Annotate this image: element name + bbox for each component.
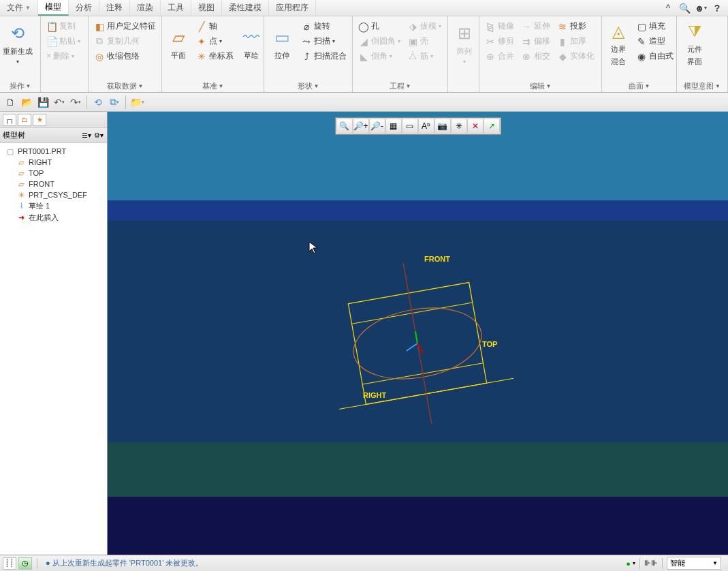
- menu-view[interactable]: 视图: [191, 0, 222, 16]
- project-button[interactable]: ≋投影: [554, 19, 597, 33]
- tree-item-insert-here[interactable]: ➜在此插入: [1, 212, 106, 223]
- revolve-button[interactable]: ⌀旋转: [298, 19, 349, 33]
- tree-settings-button[interactable]: ⚙▾: [93, 130, 104, 141]
- zoom-out-button[interactable]: 🔎-: [369, 119, 385, 134]
- graphics-viewport[interactable]: 🔍 🔎+ 🔎- ▦ ▭ Aᵇ 📷 ✳ ✕ ↗: [108, 112, 728, 555]
- windows-button[interactable]: ⧉▾: [107, 95, 122, 110]
- save-button[interactable]: 💾: [35, 95, 50, 110]
- status-btn-2[interactable]: ◷: [18, 557, 32, 570]
- swept-blend-button[interactable]: ⤴扫描混合: [298, 49, 349, 63]
- boundary-blend-button[interactable]: ◬边界混合: [605, 19, 632, 68]
- edgechamfer-icon: ◣: [358, 51, 369, 62]
- undo-button[interactable]: ↶▾: [52, 95, 67, 110]
- annotation-display-button[interactable]: Aᵇ: [418, 119, 434, 134]
- udf-button[interactable]: ◧用户定义特征: [91, 19, 159, 33]
- menu-tools[interactable]: 工具: [161, 0, 191, 16]
- offset-button[interactable]: ⇉偏移: [518, 34, 553, 48]
- saved-views-button[interactable]: 📷: [434, 119, 451, 134]
- trim-button[interactable]: ✂修剪: [482, 34, 517, 48]
- merge-button[interactable]: ⊕合并: [482, 49, 517, 63]
- tree-item-csys[interactable]: ✳PRT_CSYS_DEF: [1, 189, 106, 200]
- tree-filter-button[interactable]: ☰▾: [81, 130, 92, 141]
- menu-bar: 文件▼ 模型 分析 注释 渲染 工具 视图 柔性建模 应用程序 ^ 🔍 ☻▾ ?: [0, 0, 728, 16]
- sketch-button[interactable]: 〰草绘: [238, 19, 265, 68]
- datum-display-button[interactable]: ✳: [451, 119, 467, 134]
- menu-analysis[interactable]: 分析: [69, 0, 99, 16]
- edge-chamfer-button[interactable]: ◣倒角▾: [355, 49, 403, 63]
- copy-button[interactable]: 📋复制: [44, 19, 83, 33]
- new-file-button[interactable]: 🗋: [3, 95, 18, 110]
- tree-item-sketch1[interactable]: ⌇草绘 1: [1, 200, 106, 212]
- component-interface-button[interactable]: ⧩元件界面: [680, 19, 710, 68]
- extend-icon: →: [521, 21, 532, 32]
- hole-button[interactable]: ◯孔: [355, 19, 403, 33]
- datum-plane-icon: ▱: [16, 179, 26, 189]
- help-icon[interactable]: ?: [712, 3, 723, 14]
- search-icon[interactable]: 🔍: [679, 3, 690, 14]
- extrude-button[interactable]: ▭拉伸: [267, 19, 297, 68]
- shrinkwrap-icon: ◎: [94, 51, 105, 62]
- pattern-icon: ⊞: [454, 22, 475, 44]
- shrinkwrap-button[interactable]: ◎收缩包络: [91, 49, 159, 63]
- solidify-button[interactable]: ◆实体化: [554, 49, 597, 63]
- redo-button[interactable]: ↷▾: [68, 95, 83, 110]
- zoom-in-button[interactable]: 🔎+: [353, 119, 369, 134]
- main-area: ┌┐ 🗀 ★ 模型树 ☰▾ ⚙▾ ▢PRT0001.PRT ▱RIGHT ▱TO…: [0, 112, 728, 555]
- pattern-button[interactable]: ⊞阵列▾: [451, 19, 478, 68]
- delete-button[interactable]: × 删除▾: [44, 49, 83, 63]
- copy-geom-icon: ⧉: [94, 36, 105, 47]
- chamfer-button[interactable]: ◢倒圆角▾: [355, 34, 403, 48]
- status-traffic-light[interactable]: ●▾: [626, 559, 635, 568]
- point-button[interactable]: ✦点▾: [193, 34, 236, 48]
- menu-annotate[interactable]: 注释: [99, 0, 130, 16]
- tree-item-top[interactable]: ▱TOP: [1, 168, 106, 179]
- status-btn-1[interactable]: ┊┊: [3, 557, 16, 570]
- thicken-button[interactable]: ▮加厚: [554, 34, 597, 48]
- sidebar-tab-folder[interactable]: 🗀: [18, 114, 31, 126]
- sidebar-tab-tree[interactable]: ┌┐: [3, 114, 16, 126]
- regenerate-qat-button[interactable]: ⟲: [91, 95, 106, 110]
- tree-item-right[interactable]: ▱RIGHT: [1, 157, 106, 168]
- close-window-button[interactable]: 📁▾: [129, 95, 144, 110]
- display-style-button[interactable]: ▭: [402, 119, 418, 134]
- status-dimension-button[interactable]: ⊪⊪: [644, 559, 658, 568]
- copy-geom-button[interactable]: ⧉复制几何: [91, 34, 159, 48]
- collapse-ribbon-icon[interactable]: ^: [663, 3, 674, 14]
- style-button[interactable]: ✎造型: [633, 34, 676, 48]
- freestyle-button[interactable]: ◉自由式: [633, 49, 676, 63]
- tree-root-part[interactable]: ▢PRT0001.PRT: [1, 146, 106, 157]
- paste-button[interactable]: 📄粘贴▾: [44, 34, 83, 48]
- menu-file[interactable]: 文件▼: [0, 0, 38, 16]
- extend-button[interactable]: →延伸: [518, 19, 553, 33]
- user-icon[interactable]: ☻▾: [695, 3, 706, 14]
- open-file-button[interactable]: 📂: [19, 95, 34, 110]
- hole-icon: ◯: [358, 21, 369, 32]
- mirror-button[interactable]: ⧎镜像: [482, 19, 517, 33]
- axis-display-button[interactable]: ✕: [467, 119, 484, 134]
- rib-button[interactable]: ⧊筋▾: [405, 49, 444, 63]
- fill-button[interactable]: ▢填充: [633, 19, 676, 33]
- menu-render[interactable]: 渲染: [130, 0, 161, 16]
- sidebar-tab-fav[interactable]: ★: [33, 114, 46, 126]
- tree-item-front[interactable]: ▱FRONT: [1, 179, 106, 189]
- plane-button[interactable]: ▱平面: [165, 19, 192, 68]
- axis-button[interactable]: ╱轴: [193, 19, 236, 33]
- intersect-button[interactable]: ⊗相交: [518, 49, 553, 63]
- bg-band-5: [108, 497, 728, 555]
- shell-button[interactable]: ▣壳: [405, 34, 444, 48]
- repaint-button[interactable]: ▦: [385, 119, 402, 134]
- regenerate-button[interactable]: ⟲ 重新生成▾: [3, 19, 33, 68]
- refit-button[interactable]: 🔍: [336, 119, 353, 134]
- csys-display-button[interactable]: ↗: [484, 119, 500, 134]
- selection-filter[interactable]: 智能▼: [667, 557, 721, 570]
- csys-button[interactable]: ✳坐标系: [193, 49, 236, 63]
- draft-button[interactable]: ⬗拔模▾: [405, 19, 444, 33]
- menu-model[interactable]: 模型: [38, 0, 69, 16]
- sweep-button[interactable]: ⤳扫描▾: [298, 34, 349, 48]
- svg-line-7: [405, 343, 418, 351]
- menu-app[interactable]: 应用程序: [269, 0, 316, 16]
- csys-icon: ✳: [16, 190, 26, 200]
- sidebar: ┌┐ 🗀 ★ 模型树 ☰▾ ⚙▾ ▢PRT0001.PRT ▱RIGHT ▱TO…: [0, 112, 108, 555]
- menu-flex[interactable]: 柔性建模: [222, 0, 269, 16]
- udf-icon: ◧: [94, 21, 105, 32]
